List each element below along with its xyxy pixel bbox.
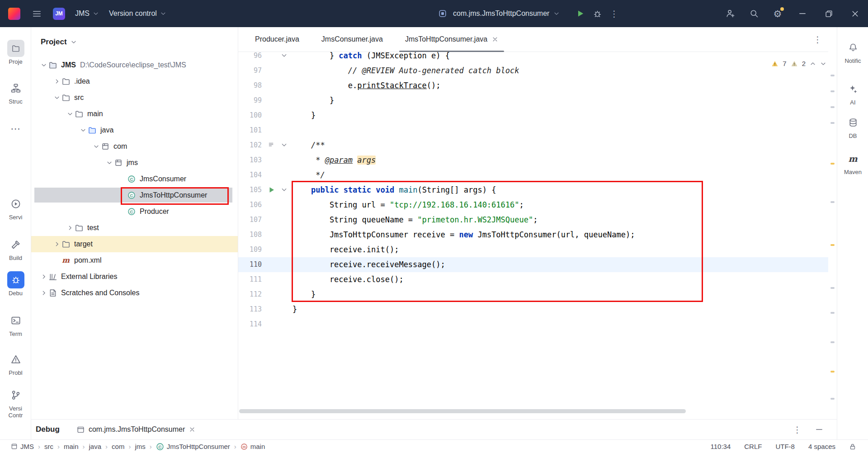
code-line[interactable]: 103 * @param args	[238, 153, 828, 168]
breadcrumb-item-main[interactable]: main	[64, 443, 79, 450]
breadcrumb-item-jms[interactable]: JMS	[11, 443, 34, 450]
breadcrumb-item-src[interactable]: src	[44, 443, 53, 450]
settings-gear-icon[interactable]: ⚙	[766, 0, 789, 27]
project-widget[interactable]: JMS	[75, 9, 99, 18]
toolbar-item-more[interactable]: ⋯	[0, 120, 31, 137]
toolbar-item-build[interactable]: Build	[0, 236, 31, 261]
stripe-mark[interactable]	[830, 312, 835, 314]
tree-item-jmstohttpconsumer[interactable]: CJmsToHttpConsumer	[31, 187, 238, 203]
chevron-down-icon[interactable]	[78, 127, 88, 133]
editor-tab-jmsconsumer-java[interactable]: JmsConsumer.java	[313, 27, 391, 52]
next-highlight-icon[interactable]	[820, 61, 826, 67]
breadcrumb-item-main[interactable]: mmain	[241, 443, 265, 450]
stripe-mark[interactable]	[830, 122, 835, 124]
close-icon[interactable]	[189, 426, 195, 433]
code-with-me-icon[interactable]	[719, 0, 742, 27]
editor-tab-jmstohttpconsumer-java[interactable]: JmsToHttpConsumer.java	[397, 27, 506, 52]
run-gutter-icon[interactable]	[268, 186, 275, 193]
caret-position[interactable]: 110:34	[711, 443, 731, 450]
tree-item-java[interactable]: java	[31, 122, 238, 138]
code-viewport[interactable]: 96 } catch (JMSException e) {97 // @REVI…	[238, 52, 828, 419]
project-panel-header[interactable]: Project	[31, 27, 238, 57]
line-separator[interactable]: CRLF	[744, 443, 762, 450]
code-line[interactable]: 96 } catch (JMSException e) {	[238, 52, 828, 63]
stripe-mark[interactable]	[830, 163, 835, 165]
fold-icon[interactable]	[281, 52, 288, 59]
tree-item-main[interactable]: main	[31, 106, 238, 122]
toolbar-item-database[interactable]: DB	[837, 114, 868, 139]
toolbar-item-version-control[interactable]: VersiContr	[0, 387, 31, 419]
code-line[interactable]: 105 public static void main(String[] arg…	[238, 183, 828, 198]
chevron-down-icon[interactable]	[91, 143, 101, 150]
code-line[interactable]: 98 e.printStackTrace();	[238, 78, 828, 93]
stripe-mark[interactable]	[830, 201, 835, 203]
tree-item--idea[interactable]: .idea	[31, 73, 238, 90]
tree-item-external-libraries[interactable]: External Libraries	[31, 269, 238, 285]
toolbar-item-maven[interactable]: mMaven	[837, 150, 868, 175]
debug-panel-title[interactable]: Debug	[36, 425, 60, 434]
tree-item-test[interactable]: test	[31, 220, 238, 236]
toolbar-item-services[interactable]: Servi	[0, 195, 31, 221]
tree-item-producer[interactable]: CProducer	[31, 203, 238, 220]
chevron-down-icon[interactable]	[65, 111, 75, 117]
toolbar-item-terminal[interactable]: Term	[0, 312, 31, 337]
chevron-right-icon[interactable]	[52, 241, 62, 247]
indent-style[interactable]: 4 spaces	[808, 443, 835, 450]
stripe-mark[interactable]	[830, 371, 835, 373]
previous-highlight-icon[interactable]	[810, 61, 816, 67]
stripe-mark[interactable]	[830, 90, 835, 92]
chevron-right-icon[interactable]	[39, 290, 49, 296]
code-line[interactable]: 100 }	[238, 108, 828, 123]
run-button[interactable]	[574, 7, 587, 20]
stripe-mark[interactable]	[830, 106, 835, 108]
chevron-right-icon[interactable]	[65, 225, 75, 231]
stripe-mark[interactable]	[830, 398, 835, 400]
editor-tab-producer-java[interactable]: Producer.java	[247, 27, 307, 52]
main-menu-icon[interactable]	[30, 7, 43, 20]
breadcrumb-item-java[interactable]: java	[89, 443, 102, 450]
project-badge[interactable]: JM	[53, 8, 65, 20]
code-line[interactable]: 97 // @REVIEW Auto-generated catch block	[238, 63, 828, 78]
chevron-down-icon[interactable]	[104, 160, 114, 166]
code-line[interactable]: 108 JmsToHttpConsumer receive = new JmsT…	[238, 227, 828, 242]
lock-icon[interactable]	[849, 443, 856, 450]
code-line[interactable]: 99 }	[238, 93, 828, 108]
error-stripe[interactable]	[828, 52, 837, 419]
more-run-actions-icon[interactable]: ⋮	[608, 7, 620, 20]
tree-item-jmsconsumer[interactable]: CJmsConsumer	[31, 171, 238, 187]
code-line[interactable]: 102 /**	[238, 138, 828, 153]
minimize-button[interactable]	[789, 0, 816, 27]
tree-item-src[interactable]: src	[31, 90, 238, 106]
code-line[interactable]: 104 */	[238, 168, 828, 183]
debug-button[interactable]	[591, 7, 604, 20]
tree-item-pom-xml[interactable]: mpom.xml	[31, 252, 238, 269]
doc-toggle-icon[interactable]	[268, 142, 275, 148]
tree-item-target[interactable]: target	[31, 236, 238, 252]
vcs-widget[interactable]: Version control	[109, 9, 166, 18]
hide-panel-icon[interactable]	[815, 425, 823, 434]
toolbar-item-problems[interactable]: Probl	[0, 351, 31, 376]
code-line[interactable]: 101	[238, 123, 828, 138]
tab-options-icon[interactable]: ⋮	[813, 27, 822, 52]
code-line[interactable]: 110 receive.receiveMessage();	[238, 257, 828, 272]
toolbar-item-notifications[interactable]: Notific	[837, 39, 868, 64]
code-line[interactable]: 112 }	[238, 287, 828, 302]
breadcrumb-item-com[interactable]: com	[112, 443, 124, 450]
restore-button[interactable]	[816, 0, 842, 27]
chevron-down-icon[interactable]	[553, 10, 560, 17]
tree-item-com[interactable]: com	[31, 138, 238, 155]
toolbar-item-project[interactable]: Proje	[0, 40, 31, 65]
inspections-widget[interactable]: 7 2	[771, 60, 826, 67]
code-line[interactable]: 113}	[238, 302, 828, 317]
fold-icon[interactable]	[281, 142, 288, 148]
horizontal-scrollbar[interactable]	[239, 409, 686, 413]
tree-item-scratches-and-consoles[interactable]: Scratches and Consoles	[31, 285, 238, 301]
chevron-down-icon[interactable]	[52, 94, 62, 101]
close-icon[interactable]	[492, 36, 498, 42]
stripe-mark[interactable]	[830, 341, 835, 343]
search-icon[interactable]	[742, 0, 766, 27]
stripe-mark[interactable]	[830, 244, 835, 246]
code-line[interactable]: 114	[238, 317, 828, 332]
debug-session-tab[interactable]: com.jms.JmsToHttpConsumer	[77, 425, 195, 434]
breadcrumb-item-jmstohttpconsumer[interactable]: CJmsToHttpConsumer	[156, 443, 230, 451]
